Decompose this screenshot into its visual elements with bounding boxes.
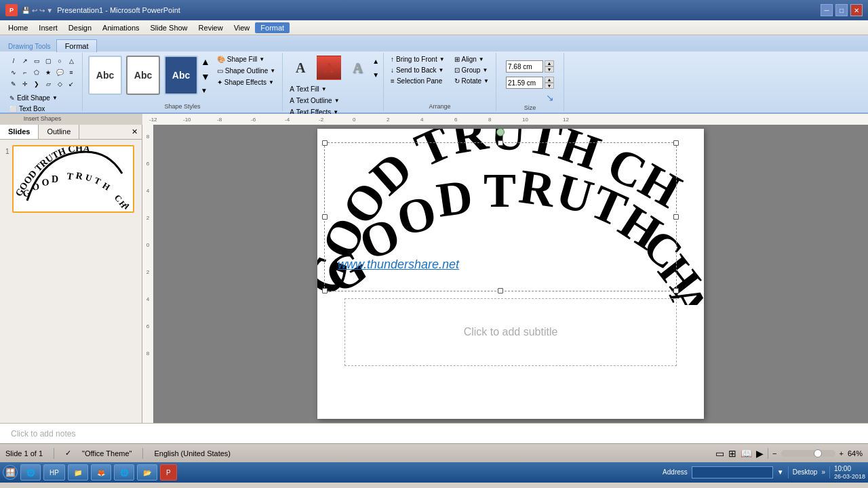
menu-animations[interactable]: Animations: [97, 22, 144, 33]
wordart-scroll-up[interactable]: ▲: [372, 58, 379, 65]
shape-arrow[interactable]: ↗: [20, 56, 31, 66]
slide-canvas[interactable]: GOOD TRUTH CHAZ G O O D T R U T H C H A …: [317, 129, 704, 419]
slide-thumb-svg: GOOD TRUTH CHA G O O D T R: [14, 146, 133, 211]
shape-rect[interactable]: ▭: [31, 56, 42, 66]
send-back-button[interactable]: ↓ Send to Back ▼: [388, 65, 448, 75]
zoom-plus[interactable]: +: [840, 449, 844, 458]
styles-expand[interactable]: ▼: [201, 87, 210, 94]
size-expand[interactable]: ↘: [546, 92, 554, 103]
taskbar-firefox[interactable]: 🦊: [91, 464, 111, 481]
shape-down-arrow[interactable]: ↙: [66, 79, 77, 89]
width-spinner[interactable]: ▲ ▼: [545, 77, 554, 89]
menu-design[interactable]: Design: [63, 22, 97, 33]
tab-outline[interactable]: Outline: [39, 125, 79, 139]
zoom-level[interactable]: 64%: [848, 449, 863, 458]
wordart-style-1[interactable]: A: [288, 56, 313, 80]
wordart-style-2[interactable]: A: [317, 56, 341, 80]
shape-circle[interactable]: ○: [54, 56, 65, 66]
tab-slides[interactable]: Slides: [0, 125, 39, 139]
taskbar-powerpoint[interactable]: P: [160, 464, 177, 481]
taskbar-chrome[interactable]: 🌐: [114, 464, 134, 481]
taskbar-ie[interactable]: 🌐: [20, 464, 41, 481]
group-arrange: ↑ Bring to Front ▼ ↓ Send to Back ▼ ≡ Se…: [384, 53, 496, 111]
shape-freeform[interactable]: ✎: [8, 79, 19, 89]
ruler-vertical: 8 6 4 2 0 2 4 6 8: [142, 125, 153, 423]
text-outline-button[interactable]: A Text Outline ▼: [287, 96, 379, 106]
slide-item-1[interactable]: 1 GOOD TRUTH CHA G: [5, 145, 136, 213]
text-box-button[interactable]: ⬜ Text Box: [7, 104, 78, 114]
start-button[interactable]: 🪟: [3, 465, 18, 480]
taskbar-explorer[interactable]: 📁: [68, 464, 88, 481]
maximize-button[interactable]: □: [835, 4, 848, 16]
shape-line[interactable]: /: [8, 56, 19, 66]
shape-triangle[interactable]: △: [66, 56, 77, 66]
shape-callout[interactable]: 💬: [54, 67, 65, 78]
selection-pane-button[interactable]: ≡ Selection Pane: [388, 76, 448, 86]
shape-pentagon[interactable]: ⬠: [31, 67, 42, 78]
view-slideshow[interactable]: ▶: [756, 448, 764, 459]
menu-home[interactable]: Home: [3, 22, 33, 33]
zoom-slider[interactable]: [781, 450, 835, 457]
desktop-label[interactable]: Desktop: [793, 468, 818, 476]
address-input[interactable]: [692, 466, 773, 479]
view-normal[interactable]: ▭: [715, 448, 724, 459]
subtitle-placeholder[interactable]: Click to add subtitle: [344, 298, 677, 366]
shape-style-1[interactable]: Abc: [88, 56, 122, 95]
svg-text:-4: -4: [285, 117, 290, 123]
height-row: ▲ ▼: [506, 60, 554, 73]
svg-text:8: 8: [488, 117, 492, 123]
view-slide-sorter[interactable]: ⊞: [728, 448, 736, 459]
minimize-button[interactable]: ─: [821, 4, 833, 16]
menu-view[interactable]: View: [229, 22, 256, 33]
shape-effects-button[interactable]: ✦ Shape Effects ▼: [214, 77, 278, 87]
shape-outline-button[interactable]: ▭ Shape Outline ▼: [214, 66, 278, 76]
zoom-thumb[interactable]: [814, 449, 822, 458]
menu-insert[interactable]: Insert: [33, 22, 63, 33]
taskbar-hp[interactable]: HP: [43, 464, 65, 481]
styles-scroll-down[interactable]: ▼: [201, 71, 210, 82]
rotate-button[interactable]: ↻ Rotate ▼: [452, 76, 492, 86]
shape-more[interactable]: ≡: [66, 67, 77, 78]
view-reading[interactable]: 📖: [741, 448, 752, 459]
close-button[interactable]: ✕: [850, 4, 863, 16]
shape-parallelogram[interactable]: ▱: [43, 79, 54, 89]
wordart-scroll-down[interactable]: ▼: [372, 71, 379, 79]
zoom-minus[interactable]: −: [772, 449, 776, 458]
wordart-style-3[interactable]: A: [345, 56, 370, 80]
align-button[interactable]: ⊞ Align ▼: [452, 54, 492, 64]
height-input[interactable]: [506, 60, 543, 73]
shape-curve[interactable]: ∿: [8, 67, 19, 78]
notes-area[interactable]: Click to add notes: [0, 423, 868, 443]
group-button[interactable]: ⊡ Group ▼: [452, 65, 492, 75]
shape-fill-button[interactable]: 🎨 Shape Fill ▼: [214, 54, 278, 64]
canvas-area[interactable]: GOOD TRUTH CHAZ G O O D T R U T H C H A …: [153, 125, 868, 423]
menu-format[interactable]: Format: [255, 22, 290, 33]
taskbar-folder2[interactable]: 📂: [137, 464, 157, 481]
shape-chevron[interactable]: ❯: [31, 79, 42, 89]
edit-shape-button[interactable]: ✎ Edit Shape ▼: [7, 93, 78, 103]
quick-access[interactable]: 💾 ↩ ↪ ▼: [22, 7, 53, 14]
shape-rounded-rect[interactable]: ▢: [43, 56, 54, 66]
shape-connector[interactable]: ⌐: [20, 67, 31, 78]
address-go[interactable]: ▼: [777, 468, 784, 476]
svg-text:8: 8: [146, 350, 150, 357]
bring-front-button[interactable]: ↑ Bring to Front ▼: [388, 54, 448, 64]
menu-slideshow[interactable]: Slide Show: [145, 22, 193, 33]
shape-style-3[interactable]: Abc: [164, 56, 198, 95]
shape-diamond[interactable]: ◇: [54, 79, 65, 89]
slide-thumbnail-1[interactable]: GOOD TRUTH CHA G O O D T R: [12, 145, 134, 213]
text-fill-button[interactable]: A Text Fill ▼: [287, 84, 379, 94]
desktop-chevron[interactable]: »: [821, 468, 825, 476]
shape-style-2[interactable]: Abc: [126, 56, 160, 95]
ruler-v-svg: 8 6 4 2 0 2 4 6 8: [142, 125, 153, 423]
app-icon: P: [5, 4, 18, 16]
styles-scroll-up[interactable]: ▲: [201, 56, 210, 67]
window-controls: ─ □ ✕: [821, 4, 863, 16]
menu-review[interactable]: Review: [193, 22, 229, 33]
shape-star[interactable]: ★: [43, 67, 54, 78]
height-spinner[interactable]: ▲ ▼: [545, 60, 554, 73]
shape-cross[interactable]: ✛: [20, 79, 31, 89]
tab-format[interactable]: Format: [56, 39, 98, 52]
width-input[interactable]: [506, 77, 543, 89]
slides-panel-close[interactable]: ✕: [127, 125, 142, 139]
